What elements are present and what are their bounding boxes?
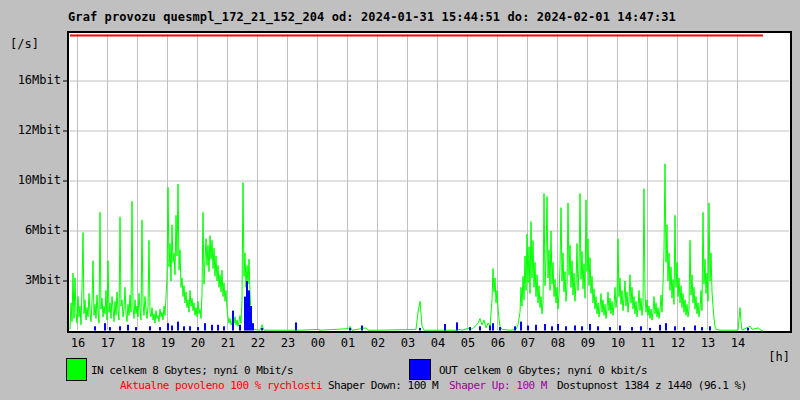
allowed-speed-status: Aktualne povoleno 100 % rychlosti: [120, 379, 322, 393]
x-tick-label: 17: [100, 337, 116, 350]
x-tick-label: 09: [580, 337, 596, 350]
legend-in-swatch: [66, 358, 87, 381]
x-tick-label: 02: [370, 337, 386, 350]
y-tick-label: 10Mbit: [0, 174, 61, 187]
x-tick-label: 04: [430, 337, 446, 350]
x-tick-label: 11: [640, 337, 656, 350]
x-tick-label: 05: [460, 337, 476, 350]
x-tick-label: 06: [490, 337, 506, 350]
traffic-graph-page: Graf provozu quesmpl_172_21_152_204 od: …: [0, 0, 800, 400]
x-tick-label: 07: [520, 337, 536, 350]
legend-out-label: OUT celkem 0 Gbytes; nyní 0 kbit/s: [439, 364, 647, 378]
y-tick-label: 3Mbit: [0, 274, 61, 287]
y-tick-label: 16Mbit: [0, 74, 61, 87]
legend-out-swatch: [409, 359, 431, 380]
availability-status: Dostupnost 1384 z 1440 (96.1 %): [557, 379, 747, 393]
legend-in-label: IN celkem 8 Gbytes; nyní 0 Mbit/s: [91, 364, 293, 378]
x-tick-label: 22: [250, 337, 266, 350]
x-tick-label: 19: [160, 337, 176, 350]
x-tick-label: 20: [190, 337, 206, 350]
x-axis-unit-label: [h]: [730, 350, 790, 364]
shaper-up-status: Shaper Up: 100 M: [449, 379, 547, 393]
y-tick-label: 12Mbit: [0, 124, 61, 137]
x-tick-label: 14: [730, 337, 746, 350]
x-tick-label: 03: [400, 337, 416, 350]
x-tick-label: 00: [310, 337, 326, 350]
y-tick-label: 6Mbit: [0, 224, 61, 237]
x-tick-label: 10: [610, 337, 626, 350]
x-tick-label: 01: [340, 337, 356, 350]
x-tick-label: 18: [130, 337, 146, 350]
x-tick-label: 08: [550, 337, 566, 350]
x-tick-label: 16: [70, 337, 86, 350]
x-tick-label: 13: [700, 337, 716, 350]
x-tick-label: 23: [280, 337, 296, 350]
x-tick-label: 12: [670, 337, 686, 350]
x-tick-label: 21: [220, 337, 236, 350]
shaper-down-status: Shaper Down: 100 M: [328, 379, 438, 393]
